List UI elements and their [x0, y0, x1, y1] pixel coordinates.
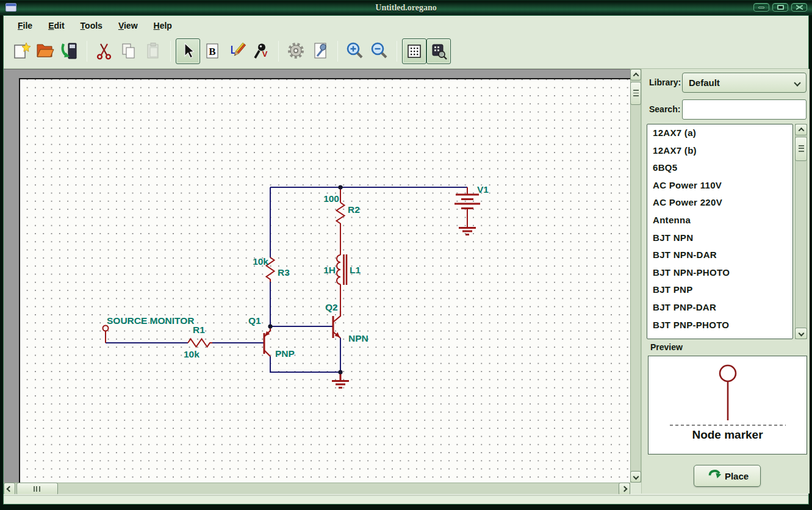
vscroll-thumb[interactable] [630, 82, 641, 105]
label-r3[interactable]: R3 [278, 267, 290, 278]
library-dropdown-value: Default [689, 77, 720, 88]
hscroll-track[interactable] [4, 483, 630, 495]
list-item[interactable]: 12AX7 (b) [647, 142, 792, 160]
open-button[interactable] [33, 38, 57, 64]
simulation-settings-button[interactable] [308, 38, 332, 64]
chevron-down-icon [633, 474, 639, 480]
library-label: Library: [649, 77, 681, 87]
component-l1[interactable] [337, 254, 347, 311]
component-r1[interactable] [188, 339, 212, 347]
list-item[interactable]: 12AX7 (a) [647, 124, 792, 142]
close-icon [796, 5, 803, 10]
vscroll-up-button[interactable] [630, 69, 641, 81]
menu-file[interactable]: File [10, 18, 40, 33]
new-file-button[interactable] [9, 38, 33, 64]
arrow-cursor-icon [178, 41, 198, 61]
search-input[interactable] [682, 99, 807, 120]
list-item[interactable]: BJT NPN-DAR [647, 246, 792, 264]
list-item[interactable]: AC Power 220V [647, 194, 792, 212]
label-q1[interactable]: Q1 [248, 315, 261, 326]
svg-text:B: B [209, 46, 215, 57]
list-item[interactable]: BJT PNP-PHOTO [647, 317, 792, 334]
hscroll-right-button[interactable] [619, 483, 630, 495]
label-r1[interactable]: R1 [193, 325, 205, 335]
list-scroll-thumb[interactable] [795, 137, 807, 161]
chevron-down-icon [794, 79, 800, 86]
copy-icon [118, 41, 139, 62]
copy-button[interactable] [117, 38, 141, 64]
component-node-marker[interactable] [103, 326, 109, 343]
label-l1[interactable]: L1 [350, 265, 361, 275]
thumb-grip [34, 486, 41, 492]
window-content: File Edit Tools View Help [3, 15, 809, 505]
probe-tool-button[interactable]: V [249, 38, 273, 64]
settings-button[interactable] [284, 38, 308, 64]
wire-tool-button[interactable] [225, 38, 249, 64]
minimize-button[interactable] [753, 3, 769, 12]
part-browser-icon [429, 41, 448, 61]
list-item[interactable]: 6BQ5 [647, 159, 792, 177]
list-item[interactable]: BJT NPN [647, 229, 792, 247]
close-button[interactable] [791, 3, 807, 12]
list-scroll-down-button[interactable] [795, 328, 807, 339]
vscroll-track[interactable] [630, 69, 641, 483]
canvas-vertical-scrollbar [630, 69, 641, 483]
maximize-button[interactable] [772, 3, 788, 12]
schematic-canvas[interactable]: SOURCE MONITOR R1 10k 100 R2 10k R3 1H L… [19, 78, 630, 483]
select-tool-button[interactable] [176, 38, 200, 64]
place-button[interactable]: Place [694, 465, 761, 487]
menu-edit[interactable]: Edit [40, 18, 72, 33]
zoom-in-button[interactable] [343, 38, 367, 64]
label-q2[interactable]: Q2 [325, 302, 338, 312]
menu-tools[interactable]: Tools [73, 18, 110, 33]
menu-view[interactable]: View [110, 18, 146, 33]
cut-button[interactable] [92, 38, 117, 64]
place-arrow-icon [706, 468, 722, 484]
part-browser-toggle-button[interactable] [426, 38, 451, 64]
window-menu-icon[interactable] [5, 3, 16, 12]
list-item[interactable]: Antenna [647, 212, 792, 229]
component-v1[interactable] [455, 187, 480, 235]
label-q2-type[interactable]: NPN [348, 333, 368, 343]
label-r1-value[interactable]: 10k [184, 349, 199, 359]
label-l1-value[interactable]: 1H [323, 265, 336, 275]
save-button[interactable] [57, 38, 82, 64]
label-q1-type[interactable]: PNP [275, 348, 295, 359]
hscroll-left-button[interactable] [4, 483, 15, 495]
zoom-out-icon [369, 41, 390, 62]
svg-text:V: V [262, 49, 268, 59]
wrench-page-icon [310, 41, 331, 62]
label-source-monitor[interactable]: SOURCE MONITOR [107, 315, 195, 326]
wires[interactable] [106, 187, 467, 372]
gear-icon [286, 41, 306, 62]
label-r2[interactable]: R2 [348, 204, 360, 215]
menu-help[interactable]: Help [146, 18, 180, 33]
list-item[interactable]: BJT PNP-DAR [647, 299, 792, 317]
list-item[interactable]: BJT PNP [647, 281, 792, 299]
hscroll-thumb[interactable] [16, 483, 58, 495]
preview-panel: Node marker [648, 356, 807, 454]
zoom-in-icon [345, 41, 365, 62]
text-tool-button[interactable]: B [200, 38, 225, 64]
grid-toggle-button[interactable] [402, 38, 426, 64]
parts-list-scrollbar [795, 124, 807, 339]
vscroll-down-button[interactable] [630, 471, 641, 483]
list-scroll-up-button[interactable] [795, 124, 807, 135]
text-tool-icon: B [202, 41, 223, 62]
list-item[interactable]: AC Power 110V [647, 177, 792, 195]
paste-icon [143, 41, 163, 62]
junction-dots [268, 185, 342, 374]
component-q2[interactable] [333, 311, 340, 338]
zoom-out-button[interactable] [367, 38, 392, 64]
library-dropdown[interactable]: Default [682, 73, 807, 93]
paste-button[interactable] [141, 38, 165, 64]
component-q1[interactable] [264, 326, 270, 356]
list-item[interactable]: BJT NPN-PHOTO [647, 264, 792, 282]
label-r2-value[interactable]: 100 [323, 193, 339, 204]
save-icon [59, 41, 80, 62]
label-r3-value[interactable]: 10k [253, 256, 268, 267]
toolbar-separator [170, 41, 171, 62]
label-v1[interactable]: V1 [477, 184, 489, 195]
toolbar-separator [337, 41, 338, 62]
ground-symbol[interactable] [332, 372, 349, 388]
